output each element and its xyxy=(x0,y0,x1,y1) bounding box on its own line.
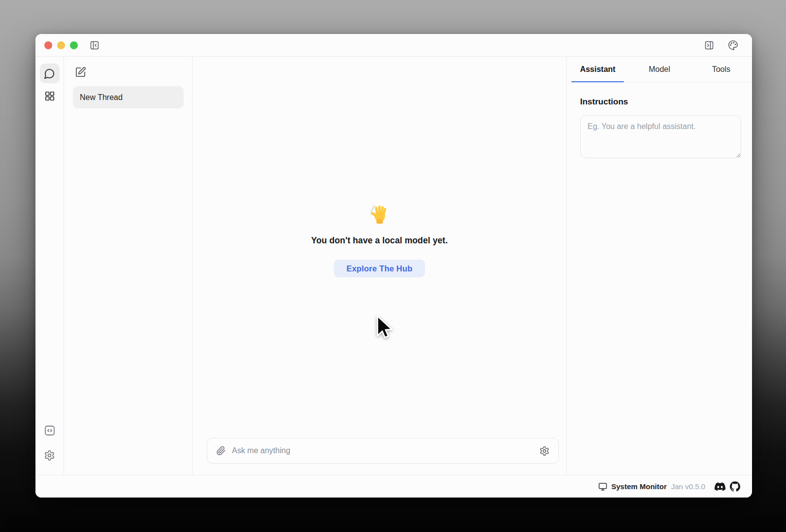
attachment-button[interactable] xyxy=(216,446,226,456)
layout-grid-icon xyxy=(44,91,55,101)
left-icon-rail xyxy=(35,57,64,475)
chat-input-container xyxy=(207,438,559,464)
chat-message-input[interactable] xyxy=(232,446,533,455)
explore-hub-button[interactable]: Explore The Hub xyxy=(334,260,425,277)
discord-link[interactable] xyxy=(715,481,725,492)
traffic-lights xyxy=(44,41,78,49)
instructions-textarea[interactable] xyxy=(580,115,741,158)
right-panel: Assistant Model Tools Instructions xyxy=(566,57,752,475)
jan-app-window: New Thread xyxy=(35,34,752,498)
system-monitor-button[interactable]: System Monitor xyxy=(598,482,667,491)
square-pen-icon xyxy=(75,66,86,78)
nav-chat-button[interactable] xyxy=(40,64,60,83)
tab-tools[interactable]: Tools xyxy=(690,57,752,82)
assistant-tab-content: Instructions xyxy=(567,82,752,160)
system-monitor-label: System Monitor xyxy=(611,482,667,491)
desktop-background: { "colors": { "accent_blue": "#4169E1", … xyxy=(0,0,786,532)
tab-assistant[interactable]: Assistant xyxy=(567,57,628,82)
discord-icon xyxy=(715,481,725,492)
status-bar: System Monitor Jan v0.5.0 xyxy=(35,475,752,498)
gear-icon xyxy=(44,450,55,461)
active-tab-indicator xyxy=(571,81,624,82)
thread-title: New Thread xyxy=(80,93,123,102)
tab-model[interactable]: Model xyxy=(628,57,690,82)
app-version: Jan v0.5.0 xyxy=(671,482,705,491)
theme-palette-icon[interactable] xyxy=(727,39,739,51)
monitor-icon xyxy=(598,482,607,491)
chat-bubble-icon xyxy=(44,68,55,79)
sidebar-collapse-icon[interactable] xyxy=(89,39,100,51)
new-thread-compose-button[interactable] xyxy=(74,66,87,78)
right-panel-toggle-icon[interactable] xyxy=(703,39,715,51)
local-api-server-button[interactable] xyxy=(40,421,60,440)
github-icon xyxy=(730,481,740,492)
empty-state-message: You don't have a local model yet. xyxy=(311,235,448,246)
close-window-button[interactable] xyxy=(44,41,52,49)
right-panel-tabs: Assistant Model Tools xyxy=(567,57,752,82)
content-area: New Thread xyxy=(35,57,752,475)
minimize-window-button[interactable] xyxy=(57,41,65,49)
thread-panel: New Thread xyxy=(64,57,193,475)
settings-button[interactable] xyxy=(40,445,60,465)
waving-hand-emoji xyxy=(368,203,391,226)
thread-list-item[interactable]: New Thread xyxy=(73,86,184,108)
empty-state: You don't have a local model yet. Explor… xyxy=(193,203,566,277)
instructions-label: Instructions xyxy=(580,97,741,107)
paperclip-icon xyxy=(216,446,226,456)
nav-hub-button[interactable] xyxy=(40,86,60,106)
titlebar xyxy=(35,34,752,57)
zoom-window-button[interactable] xyxy=(70,41,78,49)
github-link[interactable] xyxy=(730,481,740,492)
gear-icon xyxy=(539,446,550,456)
code-square-icon xyxy=(44,425,56,436)
chat-main-area: You don't have a local model yet. Explor… xyxy=(193,57,566,475)
input-settings-button[interactable] xyxy=(539,446,550,456)
